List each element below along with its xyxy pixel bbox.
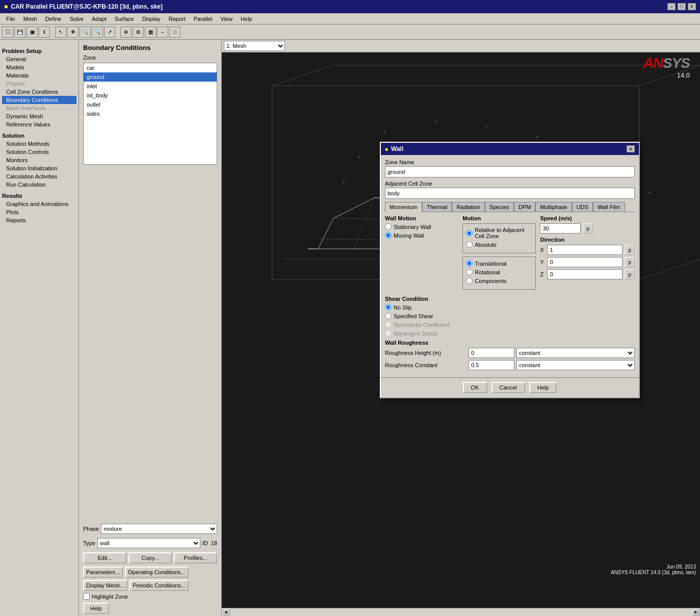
z-p-button[interactable]: p [625, 269, 635, 279]
dialog-help-button[interactable]: Help [529, 382, 557, 393]
profiles-button[interactable]: Profiles... [174, 552, 217, 563]
sidebar-item-graphics[interactable]: Graphics and Animations [2, 200, 76, 208]
tab-multiphase[interactable]: Multiphase [535, 202, 572, 212]
type-label: Type [83, 540, 95, 546]
menu-file[interactable]: File [2, 15, 19, 23]
menu-mesh[interactable]: Mesh [19, 15, 41, 23]
zone-item-int-body[interactable]: int_body [84, 91, 217, 100]
menu-parallel[interactable]: Parallel [190, 15, 217, 23]
sidebar-item-run-calc[interactable]: Run Calculation [2, 181, 76, 189]
operating-cond-button[interactable]: Operating Conditions... [125, 567, 189, 578]
y-input[interactable] [547, 257, 623, 267]
menu-report[interactable]: Report [165, 15, 190, 23]
sidebar-item-plots[interactable]: Plots [2, 208, 76, 216]
tab-uds[interactable]: UDS [572, 202, 593, 212]
specified-shear-radio[interactable] [385, 313, 392, 319]
menu-surface[interactable]: Surface [111, 15, 138, 23]
tab-dpm[interactable]: DPM [514, 202, 535, 212]
moving-wall-radio[interactable] [385, 232, 392, 239]
menu-help[interactable]: Help [237, 15, 256, 23]
close-button[interactable]: ✕ [688, 3, 696, 10]
tab-momentum[interactable]: Momentum [385, 202, 422, 212]
sidebar-item-monitors[interactable]: Monitors [2, 156, 76, 164]
edit-button[interactable]: Edit... [83, 552, 126, 563]
toolbar-rotate[interactable]: ↗ [104, 27, 115, 38]
x-p-button[interactable]: p [625, 245, 635, 255]
roughness-constant-row: Roughness Constant constant [385, 360, 635, 370]
zone-item-inlet[interactable]: inlet [84, 82, 217, 91]
zone-item-car[interactable]: car [84, 63, 217, 72]
toolbar-save[interactable]: 💾 [14, 27, 25, 38]
toolbar-node[interactable]: ⊞ [133, 27, 144, 38]
tab-species[interactable]: Species [485, 202, 514, 212]
sidebar-item-cell-zone[interactable]: Cell Zone Conditions [2, 88, 76, 96]
adjacent-cell-zone-input[interactable] [385, 188, 635, 199]
periodic-button[interactable]: Periodic Conditions... [129, 580, 189, 591]
menu-solve[interactable]: Solve [65, 15, 88, 23]
sidebar-item-general[interactable]: General [2, 55, 76, 63]
menu-adapt[interactable]: Adapt [88, 15, 111, 23]
zone-item-sides[interactable]: sides [84, 109, 217, 118]
sidebar-item-sol-controls[interactable]: Solution Controls [2, 148, 76, 156]
toolbar-zoom-in[interactable]: 🔍 [80, 27, 91, 38]
sidebar-item-dynamic-mesh[interactable]: Dynamic Mesh [2, 112, 76, 120]
sidebar-item-models[interactable]: Models [2, 63, 76, 71]
sidebar-item-boundary[interactable]: Boundary Conditions [2, 96, 76, 104]
toolbar-img2[interactable]: ℹ [39, 27, 50, 38]
roughness-height-select[interactable]: constant [516, 348, 635, 358]
toolbar-fit[interactable]: ⊕ [120, 27, 132, 38]
toolbar-minus[interactable]: – [157, 27, 168, 38]
menu-view[interactable]: View [216, 15, 237, 23]
relative-radio[interactable] [466, 230, 473, 237]
minimize-button[interactable]: – [667, 3, 676, 10]
display-mesh-button[interactable]: Display Mesh... [83, 580, 127, 591]
copy-button[interactable]: Copy... [128, 552, 172, 563]
toolbar-img1[interactable]: ▣ [27, 27, 38, 38]
sidebar-item-sol-methods[interactable]: Solution Methods [2, 140, 76, 148]
ok-button[interactable]: OK [463, 382, 487, 393]
zone-name-input[interactable] [385, 166, 635, 177]
speed-p-button[interactable]: p [583, 223, 593, 234]
toolbar-box[interactable]: □ [169, 27, 180, 38]
roughness-constant-select[interactable]: constant [516, 360, 635, 370]
parameters-button[interactable]: Parameters... [83, 567, 123, 578]
maximize-button[interactable]: □ [678, 3, 686, 10]
sidebar-item-sol-init[interactable]: Solution Initialization [2, 164, 76, 172]
roughness-height-input[interactable] [469, 348, 514, 358]
stationary-wall-radio[interactable] [385, 223, 392, 230]
z-input[interactable] [547, 269, 623, 279]
toolbar-pan[interactable]: ✥ [67, 27, 79, 38]
highlight-zone-checkbox[interactable] [83, 593, 90, 600]
menu-define[interactable]: Define [41, 15, 66, 23]
tab-radiation[interactable]: Radiation [452, 202, 484, 212]
sidebar-item-ref-values[interactable]: Reference Values [2, 120, 76, 129]
y-p-button[interactable]: p [625, 257, 635, 267]
zone-item-ground[interactable]: ground [84, 72, 217, 82]
x-input[interactable] [547, 245, 623, 255]
rotational-radio[interactable] [466, 269, 473, 275]
type-select[interactable]: wall [97, 538, 200, 548]
toolbar-select[interactable]: ↖ [55, 27, 66, 38]
translational-radio[interactable] [466, 260, 473, 267]
zone-item-outlet[interactable]: outlet [84, 100, 217, 109]
toolbar-grid[interactable]: ▦ [145, 27, 156, 38]
relative-radio-item: Relative to Adjacent Cell Zone [466, 227, 532, 239]
speed-input[interactable] [540, 223, 581, 234]
toolbar-new[interactable]: ☐ [2, 27, 13, 38]
phase-select[interactable]: mixture [101, 524, 217, 534]
menu-display[interactable]: Display [138, 15, 165, 23]
no-slip-radio[interactable] [385, 304, 392, 311]
roughness-constant-input[interactable] [469, 360, 514, 370]
boundary-help-button[interactable]: Help [83, 603, 109, 614]
tab-thermal[interactable]: Thermal [422, 202, 452, 212]
sidebar-item-materials[interactable]: Materials [2, 71, 76, 80]
sidebar-item-reports[interactable]: Reports [2, 216, 76, 224]
sidebar-item-calc-activities[interactable]: Calculation Activities [2, 172, 76, 181]
cancel-button[interactable]: Cancel [491, 382, 525, 393]
roughness-constant-label: Roughness Constant [385, 362, 466, 368]
wall-dialog-close[interactable]: ✕ [627, 145, 635, 152]
absolute-radio[interactable] [466, 241, 473, 248]
toolbar-zoom-out[interactable]: 🔍 [92, 27, 103, 38]
tab-wall-film[interactable]: Wall Film [593, 202, 625, 212]
components-radio[interactable] [466, 277, 473, 284]
